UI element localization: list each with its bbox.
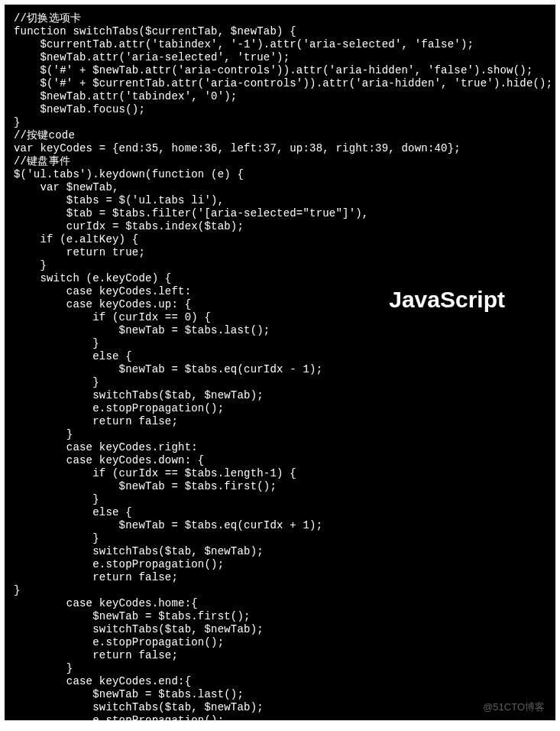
code-block: //切换选项卡 function switchTabs($currentTab,… — [14, 12, 546, 725]
watermark-text: @51CTO博客 — [483, 700, 545, 714]
language-badge: JavaScript — [389, 287, 505, 313]
code-screenshot-frame: //切换选项卡 function switchTabs($currentTab,… — [5, 5, 555, 720]
